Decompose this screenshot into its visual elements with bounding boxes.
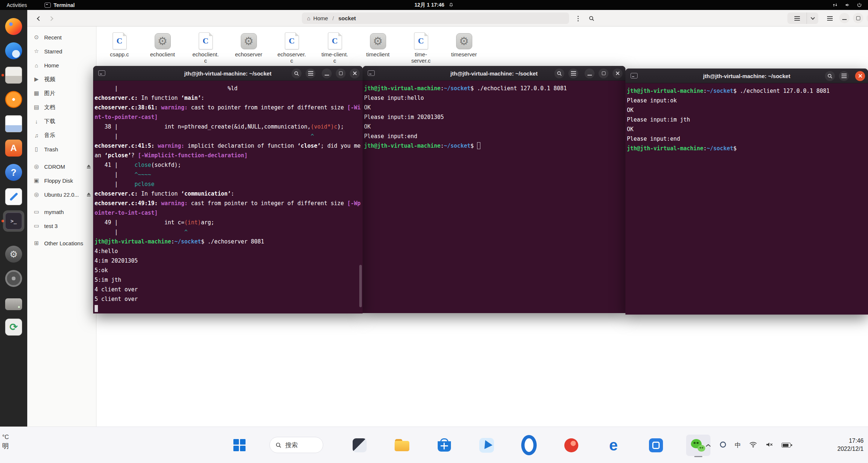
dock-item[interactable] <box>0 291 27 315</box>
ime-indicator[interactable]: 中 <box>735 441 741 449</box>
files-hamburger-menu[interactable] <box>824 13 835 24</box>
terminal-scrollbar[interactable] <box>359 265 362 307</box>
sidebar-item[interactable]: ☆ Starred <box>27 44 96 58</box>
terminal-titlebar[interactable]: jth@jth-virtual-machine: ~/socket <box>625 69 868 83</box>
file-item[interactable]: C echoclient. c <box>184 32 227 64</box>
dock-item[interactable]: A <box>0 136 27 160</box>
file-item[interactable]: C time-client. c <box>313 32 356 64</box>
file-item[interactable]: ⚙ timeserver <box>442 32 486 64</box>
sidebar-item[interactable]: ▭ mymath <box>27 205 96 219</box>
dock-item[interactable] <box>0 39 27 63</box>
taskbar-search[interactable]: 搜索 <box>269 437 323 453</box>
file-item[interactable]: C echoserver. c <box>270 32 313 64</box>
hidden-icons-button[interactable] <box>705 442 711 449</box>
taskbar-clock[interactable]: 17:46 2022/12/1 <box>837 437 864 453</box>
sidebar-item[interactable]: ▯ Trash <box>27 142 96 156</box>
taskbar-app[interactable]: e <box>597 427 630 463</box>
clock-text: 12月 1 17:46 <box>414 2 444 8</box>
dock-item[interactable] <box>0 266 27 291</box>
dock-item[interactable]: ? <box>0 160 27 185</box>
system-status-area[interactable] <box>832 0 868 10</box>
start-button[interactable] <box>231 437 247 453</box>
terminal-close-button[interactable] <box>855 71 865 81</box>
terminal-maximize-button[interactable] <box>599 69 608 78</box>
dock-item[interactable]: >_ <box>0 209 27 233</box>
files-maximize-button[interactable] <box>853 13 863 23</box>
taskbar-app[interactable] <box>470 427 503 463</box>
windows-taskbar: °C 明 搜索 <box>0 427 868 463</box>
terminal-search-button[interactable] <box>554 69 564 78</box>
sidebar-item[interactable]: ◎ CDROM <box>27 159 96 173</box>
weather-widget[interactable]: °C 明 <box>2 433 9 450</box>
files-close-button[interactable] <box>867 13 868 23</box>
taskbar-app[interactable] <box>343 427 376 463</box>
file-item[interactable]: C time- server.c <box>399 32 442 64</box>
file-item[interactable]: ⚙ echoserver <box>227 32 270 64</box>
sidebar-item[interactable]: ⊞ Other Locations <box>27 236 96 250</box>
sidebar-item[interactable]: ◎ Ubuntu 22.0... <box>27 187 96 201</box>
dock-item[interactable] <box>0 14 27 39</box>
sidebar-item[interactable]: ⌂ Home <box>27 58 96 72</box>
taskbar-app[interactable] <box>385 427 418 463</box>
activities-button[interactable]: Activities <box>0 0 33 10</box>
wifi-icon[interactable] <box>749 441 757 449</box>
battery-icon[interactable] <box>781 443 791 448</box>
terminal-search-button[interactable] <box>825 71 835 81</box>
sidebar-item-icon: ☆ <box>33 48 40 55</box>
folder-menu-button[interactable] <box>572 13 583 24</box>
taskbar-app[interactable] <box>639 427 672 463</box>
clock-menu[interactable]: 12月 1 17:46 <box>414 0 454 10</box>
volume-muted-icon[interactable] <box>765 441 773 449</box>
file-item[interactable]: ⚙ echoclient <box>141 32 184 64</box>
dock-item[interactable] <box>0 87 27 112</box>
list-view-button[interactable] <box>787 13 807 24</box>
hamburger-icon <box>841 76 847 76</box>
file-item[interactable]: ⚙ timeclient <box>356 32 399 64</box>
terminal-close-button[interactable] <box>613 69 622 78</box>
sidebar-item[interactable]: ▦ 图片 <box>27 86 96 100</box>
close-icon <box>615 71 620 76</box>
path-bar[interactable]: ⌂ Home / socket <box>302 13 569 24</box>
terminal-content[interactable]: jth@jth-virtual-machine:~/socket$ ./echo… <box>625 83 868 315</box>
breadcrumb-current[interactable]: socket <box>338 15 356 21</box>
back-button[interactable] <box>33 13 44 24</box>
dock-item[interactable]: ⟳ <box>0 315 27 339</box>
taskbar-app[interactable] <box>555 427 588 463</box>
terminal-titlebar[interactable]: jth@jth-virtual-machine: ~/socket <box>363 66 625 81</box>
sidebar-item[interactable]: ⊙ Recent <box>27 30 96 44</box>
terminal-maximize-button[interactable] <box>336 69 346 78</box>
sidebar-item[interactable]: ▤ 文档 <box>27 100 96 114</box>
sidebar-item[interactable]: ▭ test 3 <box>27 219 96 233</box>
terminal-menu-button[interactable] <box>839 71 849 81</box>
sidebar-item-icon: ◎ <box>33 191 40 198</box>
terminal-close-button[interactable] <box>350 69 360 78</box>
dock-item[interactable]: ⚙ <box>0 242 27 266</box>
eject-button[interactable] <box>85 191 92 198</box>
taskbar-app[interactable] <box>512 427 545 463</box>
sidebar-item[interactable]: ♫ 音乐 <box>27 128 96 142</box>
breadcrumb-home-label: Home <box>313 15 328 21</box>
view-options-dropdown[interactable] <box>807 13 818 24</box>
terminal-menu-button[interactable] <box>568 69 578 78</box>
terminal-menu-button[interactable] <box>306 69 315 78</box>
dock-item[interactable] <box>0 112 27 136</box>
eject-button[interactable] <box>85 163 92 170</box>
breadcrumb-home[interactable]: ⌂ Home <box>307 15 328 21</box>
files-search-button[interactable] <box>586 13 597 24</box>
terminal-titlebar[interactable]: jth@jth-virtual-machine: ~/socket <box>93 66 363 81</box>
terminal-content[interactable]: jth@jth-virtual-machine:~/socket$ ./echo… <box>363 81 625 313</box>
terminal-content[interactable]: | %ldechoserver.c: In function ‘main’:ec… <box>93 81 363 313</box>
focused-app-menu[interactable]: Terminal <box>43 0 76 23</box>
file-item[interactable]: C csapp.c <box>98 32 141 64</box>
dock-item[interactable] <box>0 185 27 209</box>
sidebar-item[interactable]: ▶ 视频 <box>27 72 96 86</box>
sidebar-item[interactable]: ▣ Floppy Disk <box>27 173 96 187</box>
tray-app-icon[interactable] <box>719 441 727 450</box>
files-minimize-button[interactable] <box>839 13 850 23</box>
dock-item[interactable] <box>0 63 27 87</box>
sidebar-item[interactable]: ↓ 下载 <box>27 114 96 128</box>
terminal-minimize-button[interactable] <box>585 69 594 78</box>
terminal-minimize-button[interactable] <box>322 69 332 78</box>
taskbar-app[interactable] <box>428 427 461 463</box>
terminal-search-button[interactable] <box>292 69 301 78</box>
